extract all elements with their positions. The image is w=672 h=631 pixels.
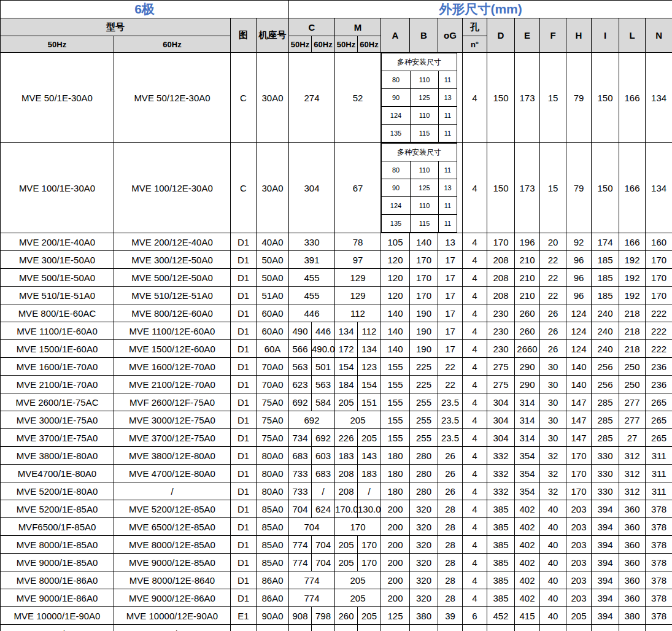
cell-m-50hz: 154 [335, 358, 358, 376]
cell-b: 170 [410, 251, 438, 269]
cell-c-50hz: 704 [289, 500, 312, 518]
cell-d: 230 [487, 304, 515, 322]
cell-frame: 60A0 [257, 304, 289, 322]
cell-d: 332 [487, 465, 515, 482]
cell-h: 96 [566, 269, 592, 287]
cell-l: 360 [619, 571, 646, 589]
cell-c-60hz: 692 [312, 429, 335, 447]
cell-holes: 4 [463, 304, 487, 322]
cell-holes: 4 [463, 287, 487, 304]
column-header-figure: 图 [231, 18, 257, 53]
cell-a: 200 [381, 518, 410, 536]
cell-h: 147 [566, 393, 592, 411]
cell-b: 320 [410, 500, 438, 518]
cell-i: 394 [592, 571, 619, 589]
cell-b: 255 [410, 429, 438, 447]
cell-d: 275 [487, 358, 515, 376]
cell-figure: D1 [231, 251, 257, 269]
cell-m: 67 [335, 143, 381, 233]
cell-f: 20 [540, 233, 566, 251]
cell-og: 28 [438, 536, 463, 554]
spec-sheet: 6极 外形尺寸(mm) 型号 图 机座号 C M A B oG 孔 D E F … [0, 0, 672, 631]
mount-table-header-row: 多种安装尺寸 [382, 144, 457, 161]
cell-model-50hz: MVE 800/1E-60AC [1, 304, 114, 322]
cell-l: 192 [619, 269, 646, 287]
cell-figure: D1 [231, 376, 257, 393]
cell-holes: 4 [463, 358, 487, 376]
cell-model-60hz: MVE 3800/12E-80A0 [114, 447, 231, 465]
cell-l: 312 [619, 482, 646, 500]
cell-f: 40 [540, 571, 566, 589]
cell-og: 22 [438, 358, 463, 376]
cell-m-60hz: 170 [358, 554, 381, 571]
cell-l: 192 [619, 251, 646, 269]
cell-d: 385 [487, 589, 515, 607]
cell-c-60hz: 563 [312, 376, 335, 393]
cell-b: 190 [410, 322, 438, 340]
cell-b: 190 [410, 340, 438, 358]
cell-model-60hz: MVE 800/12E-60A0 [114, 304, 231, 322]
cell-holes: 4 [463, 518, 487, 536]
cell-c: 391 [289, 251, 335, 269]
cell-i: 185 [592, 251, 619, 269]
cell-l: 360 [619, 500, 646, 518]
cell-figure: D1 [231, 554, 257, 571]
cell-figure: D1 [231, 304, 257, 322]
cell-e: 210 [515, 251, 540, 269]
cell-l: 218 [619, 304, 646, 322]
cell-h: 96 [566, 287, 592, 304]
cell-l: 166 [619, 233, 646, 251]
cell-l: 218 [619, 340, 646, 358]
cell-figure: D1 [231, 269, 257, 287]
column-header-c-60hz: 60Hz [312, 36, 335, 53]
cell-i: 174 [592, 233, 619, 251]
cell-i: 285 [592, 429, 619, 447]
cell-model-50hz: MVE 5200/1E-85A0 [1, 500, 114, 518]
table-row: MVE 1500/1E-60A0MVE 1500/12E-60A0D160A56… [1, 340, 672, 358]
mount-cell: 110 [411, 71, 439, 89]
table-row: MVE 1600/1E-70A0MVE 1600/12E-70A0D170A05… [1, 358, 672, 376]
cell-og: 28 [438, 554, 463, 571]
cell-a: 180 [381, 465, 410, 482]
cell-m-50hz: 172 [335, 340, 358, 358]
cell-b: 255 [410, 411, 438, 429]
cell-i: 256 [592, 358, 619, 376]
cell-d: 150 [487, 53, 515, 143]
cell-i: 240 [592, 304, 619, 322]
cell-frame: 85A0 [257, 536, 289, 554]
table-row: MVE 10000/1E-90A0MVE 10000/12E-90A0E190A… [1, 607, 672, 625]
cell-d: 304 [487, 429, 515, 447]
cell-l: 360 [619, 554, 646, 571]
cell-f: 22 [540, 269, 566, 287]
cell-h: 170 [566, 482, 592, 500]
cell-frame: 90A0 [257, 625, 289, 631]
column-header-model: 型号 [1, 18, 231, 36]
cell-c-50hz: 774 [289, 554, 312, 571]
cell-frame: 60A [257, 340, 289, 358]
column-header-n: N [646, 18, 672, 53]
cell-og: 17 [438, 251, 463, 269]
cell-og: 17 [438, 287, 463, 304]
table-header: 6极 外形尺寸(mm) 型号 图 机座号 C M A B oG 孔 D E F … [1, 1, 672, 53]
cell-m-50hz: 205 [335, 554, 358, 571]
cell-n: 160 [646, 233, 672, 251]
cell-figure: E1 [231, 607, 257, 625]
cell-og: 28 [438, 500, 463, 518]
cell-m-50hz: 260 [335, 607, 358, 625]
column-header-m-50hz: 50Hz [335, 36, 358, 53]
mount-cell: 80 [382, 71, 411, 89]
cell-model-50hz: MVE 500/1E-50A0 [1, 269, 114, 287]
cell-m-50hz: 134 [335, 322, 358, 340]
cell-c-60hz: 603 [312, 447, 335, 465]
mount-table-row: 12411011 [382, 107, 457, 125]
cell-figure: D1 [231, 287, 257, 304]
mount-cell: 11 [439, 125, 457, 142]
cell-b: 255 [410, 393, 438, 411]
cell-model-50hz: MVE 3000/1E-75A0 [1, 411, 114, 429]
cell-e: 2660 [515, 340, 540, 358]
cell-og: 17 [438, 269, 463, 287]
mount-cell: 135 [382, 125, 411, 142]
cell-f: 32 [540, 465, 566, 482]
cell-e: 196 [515, 233, 540, 251]
mount-cell: 125 [411, 89, 439, 107]
